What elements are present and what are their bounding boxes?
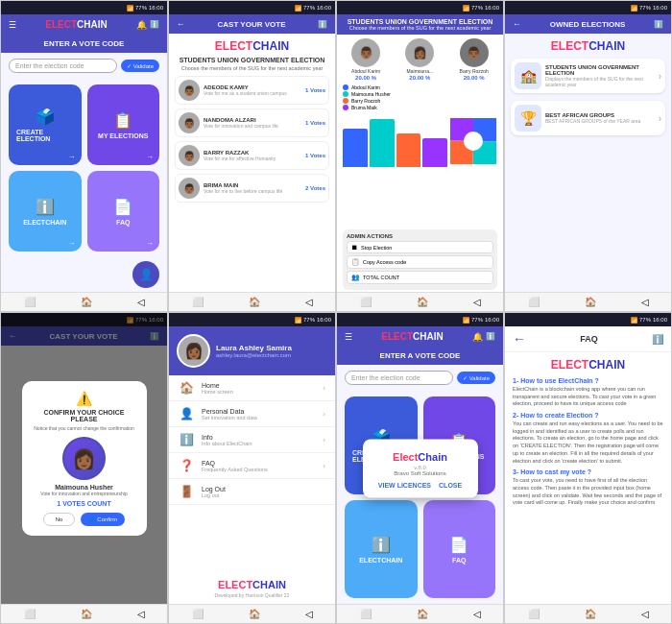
faq-item-3: 3- How to cast my vote ? To cast your vo… [513,468,663,507]
arrow-icon-1: → [68,153,76,161]
app-modal-logo: ElectChain [393,448,447,464]
copy-access-btn[interactable]: 📋 Copy Access code [347,255,493,269]
profile-avatar-3: 👨🏾 [460,38,489,67]
stop-election-btn[interactable]: ⏹ Stop Election [347,241,493,253]
app-info-modal: ElectChain v.8.0 Bravo Soft Solutions VI… [363,439,478,497]
faq-7[interactable]: 📄 FAQ [423,500,496,598]
nav-home[interactable]: 🏠 [81,297,92,307]
info-icon-1[interactable]: ℹ️ [150,20,159,29]
my-elections-card[interactable]: 📋 MY ELECTIONS → [87,84,160,165]
back-icon-4[interactable]: ← [513,19,521,29]
candidate-row-3[interactable]: 👨🏾 BARRY RAZZAK Vote for me for effectiv… [175,141,329,170]
election-subtitle-2: Choose the members of the SUG for the ne… [169,65,335,74]
bar-1 [343,129,368,167]
electchain-7[interactable]: ℹ️ ELECTCHAIN [345,500,418,598]
notification-icon[interactable]: 🔔 [136,20,147,30]
election-header-3: STUDENTS UNION GOVERNMENT ELECTION Choos… [337,14,503,35]
no-button[interactable]: No [43,513,76,526]
nav-home-6[interactable]: 🏠 [249,609,260,619]
cast-vote-title: CAST YOUR VOTE [185,20,318,29]
nav-back-3[interactable]: ◁ [473,297,481,307]
my-elections-icon: 📋 [113,111,132,130]
profile-header: 👩🏾 Laura Ashley Samira ashley.laura@elec… [169,326,335,375]
info-icon-7[interactable]: ℹ️ [486,332,495,341]
electchain-card[interactable]: ℹ️ ELECTCHAIN → [9,171,82,252]
menu-personal-data[interactable]: 👤 Personal Data Set innovation and data … [169,401,335,427]
logout-icon: 🚪 [179,485,194,498]
screen-faq: 📶 77% 16:00 ← FAQ ℹ️ ELECTCHAIN 1- How t… [504,312,672,624]
menu-logout[interactable]: 🚪 Log Out Log out [169,479,335,505]
election-sub-3: Choose the members of the SUG for the ne… [343,25,497,31]
nav-back-8[interactable]: ◁ [641,609,649,619]
nav-back-4[interactable]: ◁ [641,297,649,307]
validate-button-7[interactable]: ✓ Validate [457,372,495,384]
candidate-info-4: BRIMA MAIN Vote for me to live before ca… [204,182,305,194]
my-elections-label: MY ELECTIONS [98,132,148,139]
admin-title: ADMIN ACTIONS [347,233,493,239]
legend-label-2: Maimouna Husher [351,91,391,97]
profiles-row: 👨🏾 Abdoul Karim 20.00 % 👩🏾 Maimouna... 2… [337,35,503,84]
modal-overlay: ⚠️ CONFIRM YOUR CHOICE PLEASE Notice tha… [1,313,167,604]
election-code-input-7[interactable]: Enter the election code [345,371,453,385]
nav-home-3[interactable]: 🏠 [417,297,428,307]
election-code-input[interactable]: Enter the election code [9,59,117,73]
menu-home-sub: Home screen [202,389,233,395]
create-election-card[interactable]: 🗳️ CREATE ELECTION → [9,84,82,165]
nav-back-5[interactable]: ◁ [137,609,145,619]
menu-logout-sub: Log out [202,492,226,498]
owned-card-1[interactable]: 🏫 STUDENTS UNION GOVERNMENT ELECTION Dis… [511,59,665,93]
faq-text-3: To cast your vote, you need to have firs… [513,477,663,507]
check-icon-7: ✓ [463,374,468,381]
total-count-btn[interactable]: 👥 TOTAL COUNT [347,271,493,284]
arrow-icon-3: → [68,239,76,248]
back-icon-8[interactable]: ← [513,331,526,347]
confirm-button[interactable]: 👤 Confirm [81,513,125,526]
header-2: ← CAST YOUR VOTE ℹ️ [169,14,335,34]
info-icon-2[interactable]: ℹ️ [318,20,327,29]
menu-info[interactable]: ℹ️ Info Info about ElectChain › [169,427,335,453]
faq-card[interactable]: 📄 FAQ → [87,171,160,252]
faq-menu-icon: ❓ [179,459,194,472]
user-avatar-btn[interactable]: 👤 [132,261,159,288]
back-icon-2[interactable]: ← [177,19,185,29]
menu-icon-7[interactable]: ☰ [345,332,352,342]
view-licences-btn[interactable]: VIEW LICENCES [378,481,431,488]
faq-page-title: FAQ [580,334,598,344]
candidate-row-4[interactable]: 👨🏾 BRIMA MAIN Vote for me to live before… [175,174,329,203]
validate-button[interactable]: ✓ Validate [121,60,159,72]
menu-info-sub: Info about ElectChain [202,441,252,446]
nav-back-6[interactable]: ◁ [305,609,313,619]
nav-home-7[interactable]: 🏠 [417,609,428,619]
info-icon-8[interactable]: ℹ️ [652,334,663,345]
election-icon-2: 🏆 [515,105,541,132]
nav-home-4[interactable]: 🏠 [585,297,596,307]
close-modal-btn[interactable]: CLOSE [439,481,462,488]
legend-dot-2 [343,91,348,97]
nav-home-5[interactable]: 🏠 [81,609,92,619]
candidate-row-2[interactable]: 👨🏾 NANDOMA ALZARI Vote for innovation an… [175,108,329,137]
menu-icon[interactable]: ☰ [9,20,16,30]
logo-elect: ELECTCHAIN [45,19,107,30]
screen-cast-vote: 📶 77% 16:00 ← CAST YOUR VOTE ℹ️ ELECTCHA… [168,0,336,312]
logo-6: ELECTCHAIN [218,579,286,590]
owned-card-2[interactable]: 🏆 BEST AFRICAN GROUPS BEST AFRICAN GROUP… [511,101,665,135]
election-card-desc-2: BEST AFRICAN GROUPS of the YEAR area [545,118,655,124]
validate-label-7: Validate [469,375,490,381]
charts-area [337,110,503,228]
bottom-nav-1: ⬜ 🏠 ◁ [1,292,167,311]
menu-faq[interactable]: ❓ FAQ Frequently Asked Questions › [169,453,335,479]
cast-vote-content: ELECTCHAIN STUDENTS UNION GOVERNMENT ELE… [169,34,335,292]
nav-home-2[interactable]: 🏠 [249,297,260,307]
notification-icon-7[interactable]: 🔔 [472,332,483,342]
nav-back-2[interactable]: ◁ [305,297,313,307]
nav-back[interactable]: ◁ [137,297,145,307]
faq-item-2: 2- How to create Election ? You can crea… [513,412,663,465]
info-icon-4[interactable]: ℹ️ [654,20,663,29]
profile-3: 👨🏾 Barry Rozzoh 20.00 % [460,38,489,81]
menu-home[interactable]: 🏠 Home Home screen › [169,375,335,401]
arrow-icon-4: → [146,239,154,248]
menu-info-label: Info [202,434,252,441]
candidate-row-1[interactable]: 👨🏾 ADEODE KAMIY Vote for me as a student… [175,76,329,105]
nav-home-8[interactable]: 🏠 [585,609,596,619]
nav-back-7[interactable]: ◁ [473,609,481,619]
